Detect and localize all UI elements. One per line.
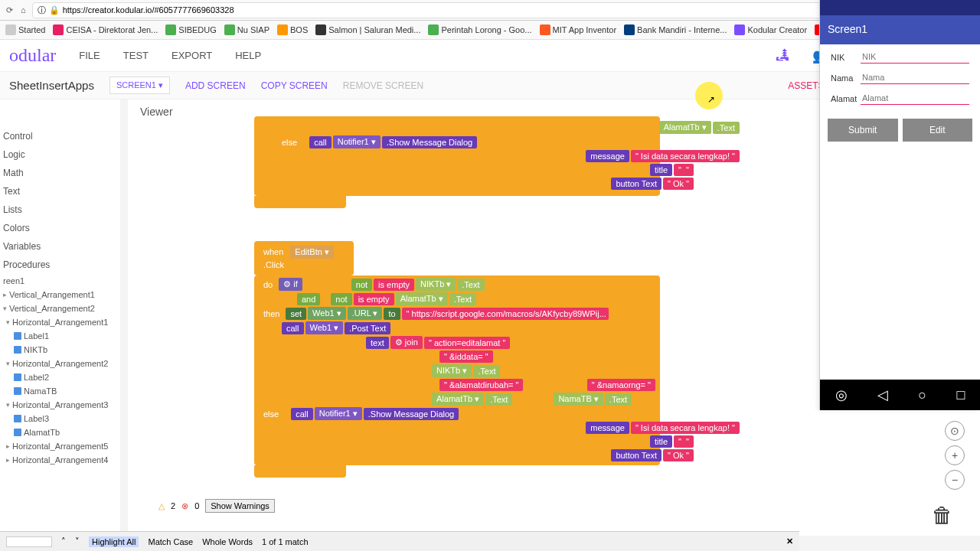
reload-icon[interactable]: ⟳ — [6, 5, 13, 15]
edit-button[interactable]: Edit — [903, 119, 973, 142]
screen-dropdown[interactable]: SCREEN1 ▾ — [109, 77, 170, 94]
bookmark-item[interactable]: SIBEDUG — [163, 23, 219, 37]
bookmark-item[interactable]: Perintah Lorong - Goo... — [426, 23, 534, 37]
warnings-box: △2 ⊗0 Show Warnings — [158, 499, 275, 513]
project-name: SheetInsertApps — [9, 79, 94, 92]
comp-ha2[interactable]: ▾Horizontal_Arrangement2 — [0, 357, 120, 370]
info-icon: ⓘ — [38, 5, 46, 16]
phone-appbar: Screen1 — [820, 15, 980, 44]
bookmark-item[interactable]: Bank Mandiri - Interne... — [622, 23, 729, 37]
menu-help[interactable]: HELP — [235, 50, 261, 61]
find-prev-icon[interactable]: ˄ — [61, 536, 66, 546]
menu-export[interactable]: EXPORT — [172, 50, 212, 61]
find-close-icon[interactable]: ✕ — [786, 536, 793, 546]
recenter-icon[interactable]: ⊙ — [945, 421, 965, 441]
comp-ha4[interactable]: ▸Horizontal_Arrangement4 — [0, 453, 120, 467]
palette-colors[interactable]: Colors — [0, 219, 120, 237]
palette-text[interactable]: Text — [0, 182, 120, 201]
menu-file[interactable]: FILE — [79, 50, 100, 61]
nav-recent-icon[interactable]: □ — [956, 387, 965, 403]
match-case-toggle[interactable]: Match Case — [148, 537, 193, 546]
input-nama[interactable] — [861, 71, 969, 84]
comp-screen1[interactable]: reen1 — [0, 274, 120, 288]
menu-test[interactable]: TEST — [123, 50, 149, 61]
bookmark-item[interactable]: CEISA - Direktorat Jen... — [51, 23, 160, 37]
find-next-icon[interactable]: ˅ — [75, 536, 80, 546]
nav-back-icon[interactable]: ◁ — [877, 386, 888, 403]
blocks-sidebar: Control Logic Math Text Lists Colors Var… — [0, 99, 120, 536]
palette-variables[interactable]: Variables — [0, 237, 120, 256]
comp-ha1[interactable]: ▾Horizontal_Arrangement1 — [0, 315, 120, 329]
add-screen-link[interactable]: ADD SCREEN — [185, 80, 246, 91]
comp-ha3[interactable]: ▾Horizontal_Arrangement3 — [0, 398, 120, 412]
bookmark-item[interactable]: Salmon | Saluran Medi... — [313, 23, 423, 37]
find-count: 1 of 1 match — [262, 537, 309, 546]
bookmark-item[interactable]: Kodular Creator — [732, 23, 809, 37]
palette-logic[interactable]: Logic — [0, 145, 120, 164]
trash-icon[interactable]: 🗑 — [932, 503, 953, 528]
palette-procedures[interactable]: Procedures — [0, 256, 120, 274]
label-alamat: Alamat — [831, 94, 861, 103]
zoom-in-icon[interactable]: + — [945, 445, 965, 465]
nav-home-icon[interactable]: ○ — [918, 387, 926, 403]
palette-math[interactable]: Math — [0, 164, 120, 182]
block-group-top[interactable]: AlamatTb ▾ .Text else call Notifier1 ▾ .… — [254, 116, 660, 208]
app-logo: odular — [9, 45, 56, 66]
remove-screen-link[interactable]: REMOVE SCREEN — [343, 80, 423, 91]
label-nik: NIK — [831, 53, 861, 62]
phone-navbar: ◎ ◁ ○ □ — [820, 380, 980, 410]
url-text: https://creator.kodular.io/#605777766960… — [63, 5, 234, 15]
comp-ha5[interactable]: ▸Horizontal_Arrangement5 — [0, 439, 120, 453]
copy-screen-link[interactable]: COPY SCREEN — [261, 80, 328, 91]
zoom-out-icon[interactable]: − — [945, 470, 965, 490]
comp-label1[interactable]: Label1 — [0, 329, 120, 343]
find-bar: ˄ ˅ Highlight All Match Case Whole Words… — [0, 531, 799, 551]
show-warnings-button[interactable]: Show Warnings — [205, 499, 275, 513]
block-group-edit[interactable]: when EditBtn ▾ .Click do ⚙ if not is emp… — [254, 241, 660, 478]
whole-words-toggle[interactable]: Whole Words — [202, 537, 253, 546]
cursor-highlight — [695, 82, 723, 109]
label-nama: Nama — [831, 73, 861, 83]
lock-icon: 🔒 — [49, 5, 60, 15]
palette-lists[interactable]: Lists — [0, 201, 120, 219]
highlight-all-toggle[interactable]: Highlight All — [89, 536, 139, 547]
zoom-controls: ⊙ + − — [945, 421, 965, 490]
comp-alamattb[interactable]: AlamatTb — [0, 425, 120, 439]
err-count: 0 — [194, 501, 199, 510]
comp-label3[interactable]: Label3 — [0, 412, 120, 425]
input-nik[interactable] — [861, 51, 969, 64]
gallery-icon[interactable]: 🏞 — [776, 47, 789, 64]
bookmark-item[interactable]: MIT App Inventor — [537, 23, 619, 37]
bookmark-item[interactable]: BOS — [275, 23, 310, 37]
palette-control[interactable]: Control — [0, 127, 120, 145]
warn-count: 2 — [171, 501, 175, 510]
input-alamat[interactable] — [861, 92, 969, 105]
bookmark-item[interactable]: Nu SIAP — [222, 23, 272, 37]
nav-circle-small-icon[interactable]: ◎ — [835, 386, 848, 403]
comp-namatb[interactable]: NamaTB — [0, 384, 120, 398]
comp-label2[interactable]: Label2 — [0, 370, 120, 384]
find-input[interactable] — [6, 536, 52, 547]
comp-va1[interactable]: ▸Vertical_Arrangement1 — [0, 288, 120, 302]
url-input[interactable]: ⓘ 🔒 https://creator.kodular.io/#60577776… — [32, 2, 858, 18]
comp-va2[interactable]: ▾Vertical_Arrangement2 — [0, 302, 120, 315]
bookmark-item[interactable]: Started — [3, 23, 47, 37]
home-icon[interactable]: ⌂ — [21, 5, 26, 15]
phone-preview: Screen1 NIK Nama Alamat Submit Edit ◎ ◁ … — [819, 0, 980, 410]
comp-niktb[interactable]: NIKTb — [0, 343, 120, 357]
submit-button[interactable]: Submit — [828, 119, 898, 142]
